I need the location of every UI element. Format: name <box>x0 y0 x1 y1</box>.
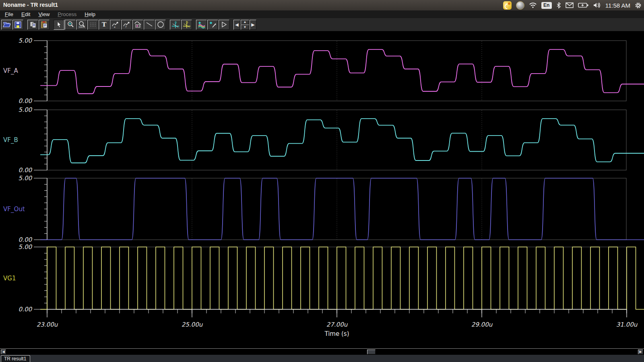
scroll-left-button[interactable]: ◀ <box>233 20 240 30</box>
add-curves-button[interactable] <box>196 20 207 30</box>
y-tick-label-bottom: 0.00 <box>19 236 33 243</box>
copy-button[interactable] <box>27 20 38 30</box>
y-tick-label-top: 5.00 <box>19 175 33 182</box>
grid-button[interactable] <box>87 20 98 30</box>
zoom-in-button[interactable] <box>65 20 76 30</box>
y-tick-label-bottom: 0.00 <box>19 97 33 105</box>
wifi-icon[interactable] <box>529 2 537 8</box>
zoom-out-icon: 100% <box>78 21 85 28</box>
floppy-disk-icon <box>14 21 21 28</box>
y-tick-label-top: 5.00 <box>19 106 33 113</box>
y-tick-label-bottom: 0.00 <box>19 306 33 313</box>
curve-marker-2-icon: ? <box>123 21 130 28</box>
run-button[interactable] <box>219 20 229 30</box>
waveform-VF_B <box>40 119 644 163</box>
horizontal-scrollbar[interactable]: ◀ ▶ <box>0 348 644 355</box>
copy-icon <box>29 21 37 28</box>
text-tool-button[interactable]: T <box>99 20 109 30</box>
bluetooth-icon[interactable] <box>556 2 561 8</box>
add-curves-icon <box>198 21 206 29</box>
x-tick-label: 25.00u <box>182 321 203 328</box>
zoom-out-100-button[interactable]: 100% <box>76 20 87 30</box>
menu-process: Process <box>54 11 80 18</box>
svg-text:b: b <box>186 21 188 24</box>
ellipse-tool-button[interactable] <box>155 20 166 30</box>
window-title: Noname - TR result1 <box>3 2 58 8</box>
mail-icon[interactable] <box>566 2 574 8</box>
x-tick-label: 31.00u <box>616 321 638 328</box>
line-tool-button[interactable] <box>144 20 155 30</box>
keyboard-layout-indicator[interactable]: En <box>541 2 552 9</box>
cursor-b-button[interactable]: b <box>181 20 192 30</box>
text-tool-icon: T <box>102 22 106 28</box>
menu-bar: File Edit View Process Help <box>0 10 644 18</box>
scrollbar-left-arrow[interactable]: ◀ <box>1 350 6 354</box>
curve-marker-1-button[interactable]: a <box>110 20 121 30</box>
signal-label-VF_A: VF_A <box>3 67 18 75</box>
line-icon <box>146 21 153 28</box>
system-tray: En <box>503 0 642 10</box>
left-arrow-icon: ◀ <box>235 23 238 27</box>
cursor-a-icon: a <box>171 21 180 29</box>
y-tick-label-top: 5.00 <box>19 243 33 251</box>
paste-icon <box>41 21 48 28</box>
signal-label-VF_B: VF_B <box>3 136 18 144</box>
menu-view[interactable]: View <box>34 11 54 18</box>
svg-text:a: a <box>175 21 177 24</box>
save-button[interactable] <box>12 20 23 30</box>
volume-icon[interactable] <box>593 2 601 8</box>
svg-text:?: ? <box>125 25 127 28</box>
session-gear-icon[interactable] <box>635 2 642 9</box>
cursor-a-button[interactable]: a <box>170 20 181 30</box>
y-tick-label-top: 5.00 <box>19 37 33 44</box>
plot-area[interactable]: 5.000.00VF_A5.000.00VF_B5.000.00VF_Out5.… <box>0 31 644 348</box>
svg-text:100%: 100% <box>78 26 85 28</box>
y-tick-label-bottom: 0.00 <box>19 167 33 174</box>
scrollbar-right-arrow[interactable]: ▶ <box>638 350 643 354</box>
probe-icon <box>209 21 217 29</box>
scroll-up-down-spinner[interactable]: ▲ ▼ <box>241 20 249 30</box>
open-folder-icon <box>3 21 11 28</box>
waveform-VF_A <box>40 49 644 94</box>
signal-label-VF_Out: VF_Out <box>3 206 25 213</box>
curve-marker-2-button[interactable]: ? <box>121 20 132 30</box>
scroll-right-button[interactable]: ▶ <box>250 20 256 30</box>
toolbar: 100% T a <box>0 18 644 31</box>
title-bar[interactable]: Noname - TR result1 En <box>0 0 644 11</box>
ellipse-icon <box>157 21 164 28</box>
x-axis-title: Time (s) <box>324 330 349 337</box>
signal-label-VG1: VG1 <box>3 275 16 282</box>
menu-edit[interactable]: Edit <box>17 11 34 18</box>
x-tick-label: 23.00u <box>37 321 58 328</box>
right-arrow-icon: ▶ <box>251 23 254 27</box>
app-window: Noname - TR result1 En <box>0 0 644 362</box>
tab-tr-result1[interactable]: TR result1 <box>1 355 30 362</box>
menu-file[interactable]: File <box>1 11 17 18</box>
waveform-VG1 <box>40 247 644 309</box>
up-arrow-icon[interactable]: ▲ <box>241 20 249 25</box>
curve-marker-1-icon: a <box>112 21 119 28</box>
x-tick-label: 27.00u <box>326 321 348 328</box>
select-pointer-button[interactable] <box>54 20 64 30</box>
probe-button[interactable] <box>207 20 218 30</box>
waveform-VF_Out <box>40 178 644 240</box>
sphere-indicator-icon[interactable] <box>516 1 524 10</box>
tina-app-icon[interactable] <box>503 1 512 10</box>
paste-button[interactable] <box>39 20 50 30</box>
waveform-plot: 5.000.00VF_A5.000.00VF_B5.000.00VF_Out5.… <box>0 31 644 348</box>
tab-bar: TR result1 <box>0 355 644 362</box>
pointer-arrow-icon <box>56 21 62 28</box>
open-file-button[interactable] <box>1 20 12 30</box>
x-tick-label: 29.00u <box>471 321 493 328</box>
cursor-b-icon: b <box>183 21 191 29</box>
menu-help[interactable]: Help <box>80 11 99 18</box>
battery-charging-icon[interactable] <box>578 2 588 8</box>
down-arrow-icon[interactable]: ▼ <box>241 25 249 30</box>
zoom-in-icon <box>67 21 74 28</box>
curve-legend-button[interactable] <box>132 20 143 30</box>
clock-text[interactable]: 11:58 AM <box>605 2 630 9</box>
scrollbar-thumb[interactable] <box>367 350 376 354</box>
svg-text:a: a <box>114 25 116 28</box>
curve-legend-icon <box>134 21 142 28</box>
grid-dots-icon <box>90 21 96 28</box>
